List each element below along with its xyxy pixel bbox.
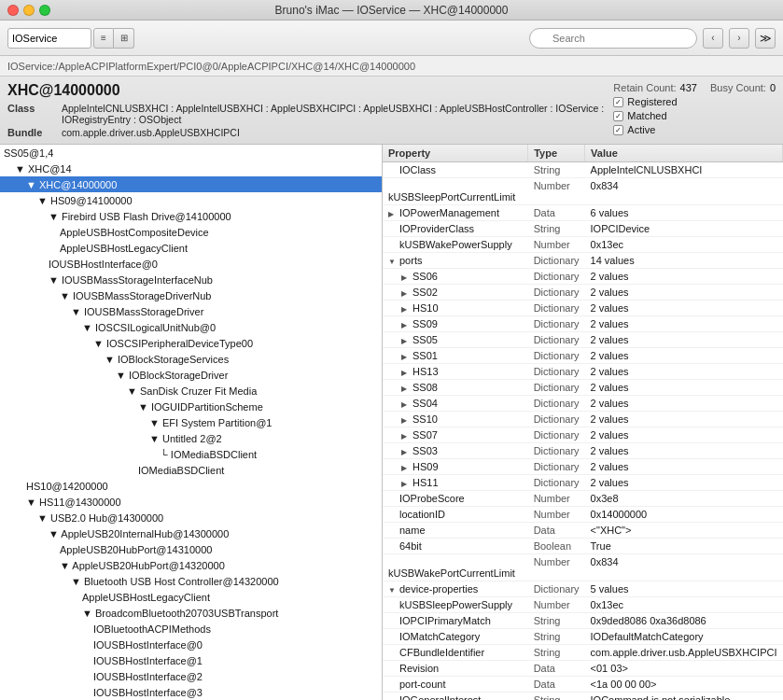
tree-item[interactable]: ▼ Firebird USB Flash Drive@14100000 <box>0 208 382 224</box>
tree-item[interactable]: IOUSBHostInterface@3 <box>0 684 382 700</box>
property-row[interactable]: ▶IOPowerManagementData6 values <box>383 205 783 221</box>
property-row[interactable]: RevisionData<01 03> <box>383 661 783 677</box>
tree-item[interactable]: ▼ XHC@14 <box>0 161 382 176</box>
tree-item[interactable]: ▼ IOBlockStorageServices <box>0 351 382 367</box>
prop-expand-icon[interactable]: ▶ <box>401 432 412 441</box>
tree-item[interactable]: ▼ IOUSBMassStorageInterfaceNub <box>0 272 382 287</box>
tree-item[interactable]: IOBluetoothACPIMethods <box>0 621 382 637</box>
prop-expand-icon[interactable]: ▶ <box>401 273 412 282</box>
property-row[interactable]: ▶HS11Dictionary2 values <box>383 475 783 491</box>
tree-item[interactable]: ▼ IOGUIDPartitionScheme <box>0 399 382 414</box>
tree-item[interactable]: SS05@1,4 <box>0 145 382 161</box>
property-row[interactable]: nameData<"XHC"> <box>383 523 783 539</box>
tree-item[interactable]: AppleUSB20HubPort@14310000 <box>0 541 382 557</box>
tree-item[interactable]: ▼ HS09@14100000 <box>0 192 382 208</box>
tree-item[interactable]: ▼ Bluetooth USB Host Controller@14320000 <box>0 573 382 589</box>
tree-item[interactable]: ▼ IOBlockStorageDriver <box>0 367 382 383</box>
property-row[interactable]: kUSBSleepPortCurrentLimitNumber0x834 <box>383 178 783 205</box>
property-row[interactable]: ▶SS05Dictionary2 values <box>383 332 783 348</box>
property-row[interactable]: IOClassStringAppleIntelCNLUSBXHCI <box>383 162 783 178</box>
property-row[interactable]: IOProviderClassStringIOPCIDevice <box>383 221 783 237</box>
property-row[interactable]: ▶HS13Dictionary2 values <box>383 364 783 380</box>
tree-item[interactable]: IOUSBHostInterface@2 <box>0 668 382 684</box>
prop-expand-icon[interactable]: ▼ <box>388 586 399 595</box>
prop-expand-icon[interactable]: ▶ <box>401 353 412 361</box>
property-row[interactable]: ▶HS09Dictionary2 values <box>383 459 783 475</box>
property-row[interactable]: ▶SS07Dictionary2 values <box>383 427 783 443</box>
tree-item[interactable]: IOUSBHostInterface@1 <box>0 652 382 668</box>
tree-item[interactable]: ▼ IOUSBMassStorageDriver <box>0 303 382 319</box>
tree-item[interactable]: ▼ AppleUSB20HubPort@14320000 <box>0 557 382 573</box>
registered-checkbox[interactable]: ✓ <box>613 97 623 107</box>
property-row[interactable]: ▼device-propertiesDictionary5 values <box>383 581 783 597</box>
property-name: kUSBSleepPortCurrentLimit <box>388 191 515 203</box>
tree-item[interactable]: HS10@14200000 <box>0 478 382 494</box>
property-row[interactable]: CFBundleIdentifierStringcom.apple.driver… <box>383 645 783 661</box>
close-button[interactable] <box>7 5 19 16</box>
zoom-button[interactable] <box>39 5 50 16</box>
search-input[interactable] <box>529 28 697 49</box>
property-row[interactable]: IOPCIPrimaryMatchString0x9ded8086 0xa36d… <box>383 613 783 629</box>
property-row[interactable]: ▶HS10Dictionary2 values <box>383 301 783 316</box>
tree-item[interactable]: ▼ BroadcomBluetooth20703USBTransport <box>0 605 382 621</box>
property-row[interactable]: ▶SS02Dictionary2 values <box>383 285 783 301</box>
list-view-button[interactable]: ≡ <box>93 28 114 49</box>
property-row[interactable]: ▶SS10Dictionary2 values <box>383 412 783 427</box>
property-row[interactable]: IOProbeScoreNumber0x3e8 <box>383 491 783 507</box>
scroll-left-button[interactable]: ‹ <box>703 28 723 49</box>
prop-expand-icon[interactable]: ▶ <box>401 464 412 472</box>
tree-item[interactable]: ▼ SanDisk Cruzer Fit Media <box>0 383 382 399</box>
grid-view-button[interactable]: ⊞ <box>114 28 134 49</box>
prop-expand-icon[interactable]: ▶ <box>401 321 412 329</box>
property-row[interactable]: ▶SS06Dictionary2 values <box>383 269 783 285</box>
prop-expand-icon[interactable]: ▶ <box>401 337 412 345</box>
active-checkbox[interactable]: ✓ <box>613 125 623 135</box>
property-row[interactable]: kUSBWakePortCurrentLimitNumber0x834 <box>383 554 783 581</box>
minimize-button[interactable] <box>23 5 35 16</box>
property-row[interactable]: IOMatchCategoryStringIODefaultMatchCateg… <box>383 629 783 645</box>
matched-checkbox[interactable]: ✓ <box>613 111 623 121</box>
tree-item[interactable]: ▼ IOSCSILogicalUnitNub@0 <box>0 319 382 335</box>
tree-item[interactable]: AppleUSBHostCompositeDevice <box>0 224 382 240</box>
tree-item[interactable]: IOMediaBSDClient <box>0 462 382 478</box>
prop-expand-icon[interactable]: ▶ <box>401 400 412 409</box>
tree-item[interactable]: ▼ IOUSBMassStorageDriverNub <box>0 287 382 303</box>
property-row[interactable]: ▼portsDictionary14 values <box>383 253 783 269</box>
prop-expand-icon[interactable]: ▶ <box>401 416 412 425</box>
prop-expand-icon[interactable]: ▶ <box>401 448 412 456</box>
tree-item[interactable]: └ IOMediaBSDClient <box>0 446 382 462</box>
tree-item[interactable]: ▼ HS11@14300000 <box>0 494 382 510</box>
property-row[interactable]: 64bitBooleanTrue <box>383 539 783 554</box>
tree-item[interactable]: ▼ Untitled 2@2 <box>0 430 382 446</box>
prop-expand-icon[interactable]: ▶ <box>401 289 412 298</box>
prop-expand-icon[interactable]: ▶ <box>401 305 412 314</box>
property-row[interactable]: ▶SS03Dictionary2 values <box>383 443 783 459</box>
tree-item[interactable]: AppleUSBHostLegacyClient <box>0 240 382 256</box>
prop-expand-icon[interactable]: ▶ <box>388 210 399 218</box>
prop-expand-icon[interactable]: ▼ <box>388 258 399 266</box>
tree-pane[interactable]: SS05@1,4▼ XHC@14▼ XHC@14000000▼ HS09@141… <box>0 145 383 700</box>
property-row[interactable]: ▶SS01Dictionary2 values <box>383 348 783 364</box>
prop-expand-icon[interactable]: ▶ <box>401 369 412 377</box>
tree-item[interactable]: IOUSBHostInterface@0 <box>0 256 382 272</box>
prop-expand-icon[interactable]: ▶ <box>401 480 412 488</box>
property-row[interactable]: ▶SS09Dictionary2 values <box>383 316 783 332</box>
property-row[interactable]: IOGeneralInterestStringIOCommand is not … <box>383 693 783 701</box>
property-row[interactable]: ▶SS04Dictionary2 values <box>383 396 783 412</box>
tree-item[interactable]: AppleUSBHostLegacyClient <box>0 589 382 605</box>
prop-expand-icon[interactable]: ▶ <box>401 385 412 393</box>
tree-item[interactable]: ▼ EFI System Partition@1 <box>0 414 382 430</box>
tree-item[interactable]: ▼ USB2.0 Hub@14300000 <box>0 510 382 525</box>
tree-item[interactable]: ▼ AppleUSB20InternalHub@14300000 <box>0 525 382 541</box>
property-row[interactable]: ▶SS08Dictionary2 values <box>383 380 783 396</box>
service-input[interactable] <box>7 28 91 49</box>
tree-item[interactable]: IOUSBHostInterface@0 <box>0 637 382 652</box>
scroll-right-button[interactable]: › <box>729 28 749 49</box>
property-row[interactable]: kUSBSleepPowerSupplyNumber0x13ec <box>383 597 783 613</box>
property-row[interactable]: kUSBWakePowerSupplyNumber0x13ec <box>383 237 783 253</box>
tree-item[interactable]: ▼ IOSCSIPeripheralDeviceType00 <box>0 335 382 351</box>
tree-item[interactable]: ▼ XHC@14000000 <box>0 176 382 192</box>
property-row[interactable]: locationIDNumber0x14000000 <box>383 507 783 523</box>
property-row[interactable]: port-countData<1a 00 00 00> <box>383 677 783 693</box>
sidebar-toggle-button[interactable]: ≫ <box>755 28 776 49</box>
